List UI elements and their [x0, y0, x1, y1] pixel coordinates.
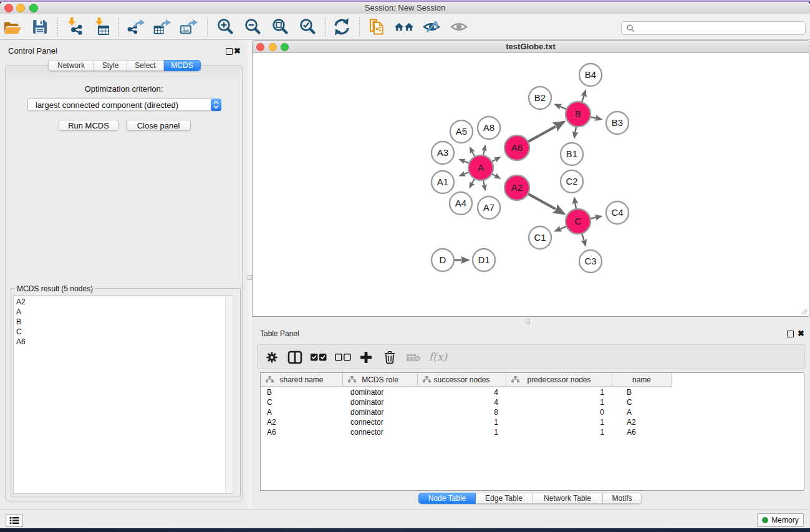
- table-cell: dominator: [343, 387, 418, 397]
- table-settings-icon[interactable]: [261, 347, 282, 368]
- import-table-icon[interactable]: [92, 17, 112, 37]
- graph-edge-A2-C[interactable]: [528, 193, 556, 209]
- tab-network[interactable]: Network: [48, 60, 94, 71]
- table-tabs: Node TableEdge TableNetwork TableMotifs: [418, 493, 642, 504]
- tab-select[interactable]: Select: [127, 60, 164, 71]
- node-table-header: shared name MCDS role successor nodes pr…: [261, 373, 672, 387]
- graph-node-label-A8: A8: [483, 122, 494, 133]
- table-cell: C: [261, 397, 343, 407]
- network-graph-canvas[interactable]: AA1A2A3A4A5A6A7A8BB1B2B3B4CC1C2C3C4DD1: [253, 52, 809, 316]
- split-panel-icon[interactable]: [284, 347, 306, 368]
- criterion-dropdown[interactable]: largest connected component (directed): [27, 99, 221, 111]
- table-row-A2[interactable]: A2connector11A2: [261, 417, 672, 427]
- divider-handle-horizontal[interactable]: [526, 319, 530, 324]
- run-mcds-button[interactable]: Run MCDS: [59, 120, 118, 131]
- column-header-name[interactable]: name: [612, 373, 672, 387]
- export-network-icon[interactable]: [126, 17, 146, 37]
- graph-node-label-C4: C4: [611, 207, 623, 218]
- table-cell: 0: [506, 407, 612, 417]
- zoom-in-icon[interactable]: [215, 17, 235, 37]
- import-network-icon[interactable]: [65, 17, 85, 37]
- table-cell: dominator: [343, 407, 418, 417]
- manage-networks-icon[interactable]: [367, 17, 387, 37]
- graph-node-label-A6: A6: [511, 142, 523, 153]
- svg-text:f(x): f(x): [429, 351, 448, 363]
- show-all-icon[interactable]: [449, 17, 469, 37]
- graph-node-label-A5: A5: [456, 126, 467, 137]
- table-cell: 4: [418, 387, 506, 397]
- zoom-selected-icon[interactable]: [297, 17, 317, 37]
- toolbar-separator: [118, 17, 119, 36]
- mcds-tab-content: Optimization criterion: largest connecte…: [5, 65, 243, 501]
- export-table-icon[interactable]: [152, 17, 172, 37]
- select-all-icon[interactable]: [308, 347, 329, 368]
- mcds-result-item[interactable]: A2: [16, 297, 26, 307]
- table-close-button[interactable]: ✖: [798, 331, 804, 337]
- main-toolbar: [0, 14, 810, 40]
- mcds-result-item[interactable]: A: [16, 307, 26, 317]
- mcds-result-item[interactable]: A6: [16, 337, 26, 347]
- column-header-predecessor-nodes[interactable]: predecessor nodes: [506, 373, 612, 387]
- hide-selected-icon[interactable]: [422, 17, 441, 37]
- network-window-titlebar: testGlobe.txt: [253, 41, 809, 53]
- first-neighbors-icon[interactable]: [394, 17, 414, 37]
- resize-grip-icon[interactable]: [800, 307, 808, 315]
- zoom-fit-icon[interactable]: [270, 17, 290, 37]
- add-column-icon[interactable]: [355, 347, 377, 368]
- table-row-A6[interactable]: A6connector11A6: [261, 427, 672, 437]
- node-table[interactable]: shared name MCDS role successor nodes pr…: [260, 372, 804, 491]
- table-cell: A2: [612, 417, 672, 427]
- open-file-icon[interactable]: [2, 17, 22, 37]
- table-cell: 4: [418, 397, 506, 407]
- tab-style[interactable]: Style: [94, 60, 127, 71]
- delete-column-icon[interactable]: [379, 347, 400, 368]
- network-options-button[interactable]: [6, 514, 23, 527]
- table-cell: 1: [506, 397, 612, 407]
- search-input[interactable]: [635, 23, 805, 34]
- float-panel-button[interactable]: [226, 48, 233, 55]
- control-panel-tabs: NetworkStyleSelectMCDS: [48, 60, 201, 71]
- graph-node-label-A: A: [478, 162, 484, 173]
- zoom-out-icon[interactable]: [243, 17, 263, 37]
- close-panel-button-mcds[interactable]: Close panel: [126, 120, 191, 131]
- split-divider-vertical[interactable]: [248, 40, 252, 511]
- mcds-result-item[interactable]: C: [16, 327, 26, 337]
- graph-node-label-A7: A7: [483, 202, 494, 213]
- divider-handle[interactable]: [248, 275, 252, 280]
- tab-mcds[interactable]: MCDS: [164, 60, 201, 71]
- table-cell: 1: [418, 427, 506, 437]
- tab-edge-table[interactable]: Edge Table: [476, 493, 533, 504]
- graph-node-label-D: D: [440, 254, 446, 265]
- criterion-dropdown-value: largest connected component (directed): [36, 99, 178, 110]
- save-session-icon[interactable]: [30, 17, 50, 37]
- column-header-shared-name[interactable]: shared name: [261, 373, 343, 387]
- table-float-button[interactable]: [787, 331, 794, 337]
- search-icon: [627, 24, 635, 32]
- control-panel-title: Control Panel: [8, 46, 57, 56]
- table-row-B[interactable]: Bdominator41B: [261, 387, 672, 397]
- column-header-successor-nodes[interactable]: successor nodes: [418, 373, 506, 387]
- table-row-C[interactable]: Cdominator41C: [261, 397, 672, 407]
- tab-node-table[interactable]: Node Table: [418, 493, 476, 504]
- graph-edge-A6-B[interactable]: [528, 127, 556, 142]
- tab-motifs[interactable]: Motifs: [603, 493, 642, 504]
- memory-button[interactable]: Memory: [757, 513, 804, 527]
- tab-network-table[interactable]: Network Table: [533, 493, 603, 504]
- search-box[interactable]: [621, 21, 806, 35]
- export-image-icon[interactable]: [179, 17, 199, 37]
- network-view-window: testGlobe.txt AA1A2A3A4A5A6A7A8BB1B2B3B4…: [252, 40, 809, 317]
- memory-status-icon: [762, 517, 768, 523]
- column-header-MCDS-role[interactable]: MCDS role: [343, 373, 418, 387]
- table-cell: 8: [418, 407, 506, 417]
- mcds-result-list[interactable]: A2ABCA6: [13, 295, 233, 494]
- mcds-result-groupbox: MCDS result (5 nodes) A2ABCA6: [11, 288, 241, 496]
- deselect-all-icon[interactable]: [332, 347, 354, 368]
- optimization-criterion-label: Optimization criterion:: [6, 84, 242, 94]
- mcds-result-item[interactable]: B: [16, 317, 26, 327]
- table-toolbar: f(x): [257, 344, 805, 369]
- close-panel-button[interactable]: ✖: [234, 48, 241, 54]
- refresh-icon[interactable]: [332, 17, 352, 37]
- toolbar-separator: [207, 17, 208, 36]
- table-row-A[interactable]: Adominator80A: [261, 407, 672, 417]
- mcds-result-scrollbar[interactable]: [225, 296, 232, 494]
